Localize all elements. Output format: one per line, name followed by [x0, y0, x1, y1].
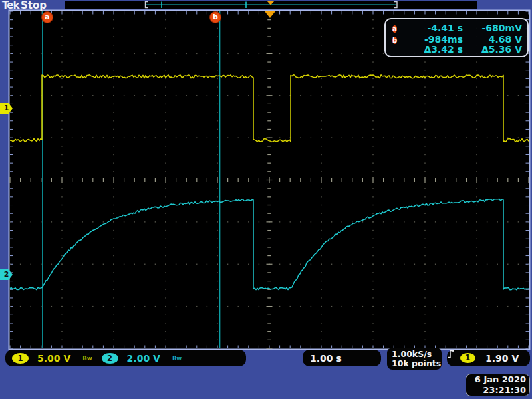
cursor-a-flag[interactable]: a [41, 11, 53, 23]
date-text: 6 Jan 2020 [469, 374, 526, 385]
cursor-readout-box: a -4.41 s -680mV b -984ms 4.68 V Δ3.42 s… [384, 18, 529, 57]
record-view [65, 1, 477, 9]
trigger-level: 1.90 V [485, 353, 519, 364]
ch1-bandwidth-limit-icon: Bw [82, 355, 92, 362]
datetime-box: 6 Jan 2020 23:21:30 [466, 374, 530, 396]
cursor-b-row: b -984ms 4.68 V [392, 33, 522, 44]
cursor-delta-row: Δ3.42 s Δ5.36 V [392, 44, 522, 55]
scope-display [0, 0, 532, 399]
cursor-a-marker-icon: a [392, 25, 397, 33]
ch1-badge: 1 [12, 353, 29, 364]
trigger-readout: 1 1.90 V [447, 350, 530, 366]
sample-rate: 1.00kS/s [392, 350, 432, 359]
cursor-delta-time: Δ3.42 s [407, 44, 463, 55]
timebase-value: 1.00 s [310, 353, 342, 364]
acquisition-status: Stop [21, 0, 47, 11]
ch2-bandwidth-limit-icon: Bw [172, 355, 182, 362]
oscilloscope-screen: Tek Stop a b 1 2 a -4.41 s -680mV b -984… [0, 0, 532, 399]
acquisition-readout: 1.00kS/s 10k points [387, 348, 442, 370]
timebase-readout: 1.00 s [303, 350, 381, 366]
record-length: 10k points [392, 359, 441, 368]
cursor-b-flag[interactable]: b [209, 11, 221, 23]
cursor-delta-level: Δ5.36 V [463, 44, 522, 55]
ch1-scale: 5.00 V [37, 353, 70, 364]
cursor-b-marker-icon: b [392, 37, 397, 44]
cursor-b-time: -984ms [407, 34, 463, 45]
channel-scale-readout: 1 5.00 V Bw 2 2.00 V Bw [5, 350, 246, 366]
ch2-badge: 2 [102, 353, 118, 364]
cursor-b-level: 4.68 V [463, 34, 522, 45]
ch2-scale: 2.00 V [127, 353, 160, 364]
cursor-a-level: -680mV [463, 23, 522, 33]
cursor-a-time: -4.41 s [407, 23, 463, 33]
cursor-a-row: a -4.41 s -680mV [392, 21, 522, 33]
tek-logo: Tek [2, 0, 19, 11]
trigger-source-badge: 1 [460, 353, 475, 363]
time-text: 23:21:30 [469, 385, 526, 396]
